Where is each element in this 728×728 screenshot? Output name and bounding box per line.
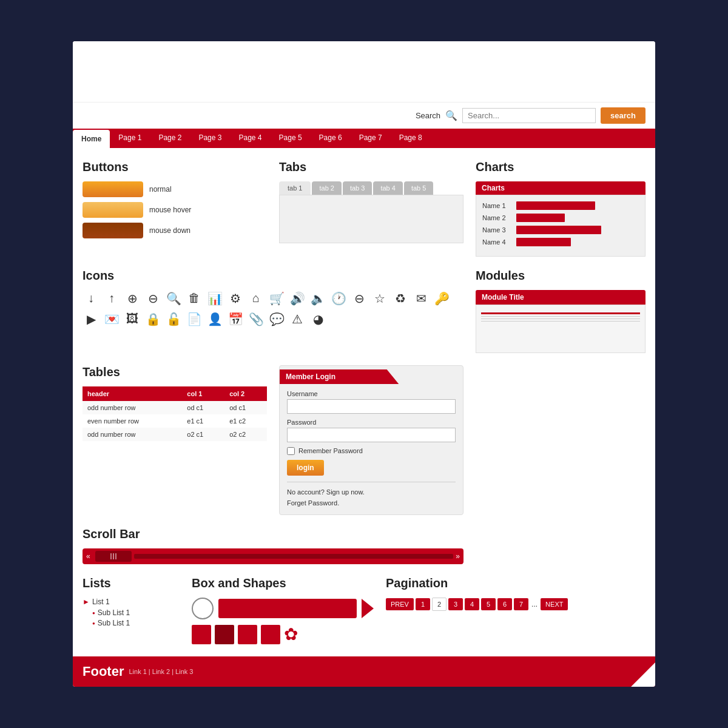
scrollbar-track[interactable]: « » <box>83 548 463 564</box>
button-normal[interactable] <box>83 181 143 197</box>
recycle-icon[interactable]: ♻ <box>392 290 409 307</box>
key-icon[interactable]: 🔑 <box>433 290 450 307</box>
nav-item-home[interactable]: Home <box>73 130 110 148</box>
scrollbar-right-arrow[interactable]: » <box>456 552 460 561</box>
nav-item-page2[interactable]: Page 2 <box>150 129 190 148</box>
bullet-2: ● <box>92 621 95 626</box>
envelope-icon[interactable]: 💌 <box>103 311 120 328</box>
tab-3[interactable]: tab 3 <box>343 181 372 195</box>
chart-icon[interactable]: 📊 <box>206 290 223 307</box>
btn-down-row: mouse down <box>83 223 267 238</box>
footer-title: Footer <box>83 664 124 679</box>
speaker-icon[interactable]: 🔊 <box>289 290 306 307</box>
rss-icon[interactable]: ◕ <box>309 311 326 328</box>
btn-hover-row: mouse hover <box>83 202 267 218</box>
document-icon[interactable]: 📄 <box>186 311 203 328</box>
nav-item-page8[interactable]: Page 8 <box>391 129 431 148</box>
page-4-button[interactable]: 4 <box>465 598 479 610</box>
shapes-row-2: ✿ <box>192 624 374 644</box>
chart-label-1: Name 1 <box>482 202 513 209</box>
grip3 <box>115 553 116 559</box>
scrollbar-left-arrow[interactable]: « <box>86 552 90 561</box>
login-button[interactable]: login <box>287 460 324 476</box>
pagination-row: PREV 1 2 3 4 5 6 7 ... NEXT <box>386 598 645 611</box>
page-3-button[interactable]: 3 <box>448 598 463 610</box>
page-1-button[interactable]: 1 <box>416 598 430 610</box>
cart-icon[interactable]: 🛒 <box>268 290 285 307</box>
gear-icon[interactable]: ⚙ <box>227 290 244 307</box>
mail-icon[interactable]: ✉ <box>413 290 430 307</box>
login-body: Username Password Remember Password logi… <box>280 384 463 514</box>
btn-down-label: mouse down <box>149 226 190 235</box>
page-5-button[interactable]: 5 <box>481 598 496 610</box>
button-hover[interactable] <box>83 202 143 218</box>
home-icon[interactable]: ⌂ <box>248 290 265 307</box>
nav-item-page7[interactable]: Page 7 <box>351 129 391 148</box>
nav-item-page6[interactable]: Page 6 <box>311 129 351 148</box>
clock-icon[interactable]: 🕐 <box>330 290 347 307</box>
sub-list-item-1: ● Sub List 1 <box>92 608 180 617</box>
shape-sq-2 <box>215 625 234 644</box>
module-title-bar: Module Title <box>476 290 645 305</box>
chart-label-3: Name 3 <box>482 226 513 234</box>
minus-circle-icon[interactable]: ⊖ <box>351 290 368 307</box>
arrow-down-icon[interactable]: ↓ <box>83 290 99 307</box>
nav-item-page5[interactable]: Page 5 <box>271 129 311 148</box>
tab-2[interactable]: tab 2 <box>312 181 341 195</box>
page-2-button[interactable]: 2 <box>432 598 447 611</box>
chat-icon[interactable]: 💬 <box>268 311 285 328</box>
shape-rect-1 <box>218 599 357 618</box>
table-header-1: col 1 <box>182 386 224 401</box>
remember-checkbox[interactable] <box>287 447 295 455</box>
tab-5[interactable]: tab 5 <box>404 181 433 195</box>
prev-button[interactable]: PREV <box>386 598 414 610</box>
search-input[interactable] <box>462 108 596 123</box>
nav-item-page3[interactable]: Page 3 <box>190 129 230 148</box>
charts-bar-title: Charts <box>476 181 645 195</box>
bullet-1: ● <box>92 610 95 616</box>
button-down[interactable] <box>83 223 143 238</box>
page-6-button[interactable]: 6 <box>497 598 512 610</box>
nav-item-page4[interactable]: Page 4 <box>230 129 270 148</box>
calendar-icon[interactable]: 📅 <box>227 311 244 328</box>
login-extra: No account? Sign up now. Forget Password… <box>287 482 456 508</box>
search-button[interactable]: search <box>601 107 645 124</box>
play-icon[interactable]: ▶ <box>83 311 99 328</box>
scrollbar-thumb[interactable] <box>95 551 132 562</box>
footer-corner <box>631 662 655 687</box>
unlock-icon[interactable]: 🔓 <box>165 311 182 328</box>
tab-1[interactable]: tab 1 <box>279 181 311 195</box>
star-icon[interactable]: ☆ <box>371 290 388 307</box>
pagination-title: Pagination <box>386 576 645 590</box>
trash-icon[interactable]: 🗑 <box>186 290 203 307</box>
paperclip-icon[interactable]: 📎 <box>248 311 265 328</box>
warning-icon[interactable]: ⚠ <box>289 311 306 328</box>
nav-item-page1[interactable]: Page 1 <box>110 129 150 148</box>
lock-icon[interactable]: 🔒 <box>144 311 161 328</box>
tabs-title: Tabs <box>279 160 463 174</box>
image-icon[interactable]: 🖼 <box>124 311 141 328</box>
module-line3 <box>481 321 640 322</box>
password-input[interactable] <box>287 428 456 442</box>
tab-4[interactable]: tab 4 <box>373 181 402 195</box>
zoom-in-icon[interactable]: ⊕ <box>124 290 141 307</box>
nav-bar: Home Page 1 Page 2 Page 3 Page 4 Page 5 … <box>73 129 655 148</box>
next-button[interactable]: NEXT <box>541 598 568 610</box>
search-icon: 🔍 <box>445 110 457 121</box>
lists-section: Lists ► List 1 ● Sub List 1 ● Sub List 1 <box>83 576 180 629</box>
footer-links[interactable]: Link 1 | Link 2 | Link 3 <box>129 668 193 675</box>
modules-title: Modules <box>476 269 645 283</box>
search-magnify-icon[interactable]: 🔍 <box>165 290 182 307</box>
person-icon[interactable]: 👤 <box>206 311 223 328</box>
mute-icon[interactable]: 🔈 <box>309 290 326 307</box>
tabs-body <box>279 195 463 243</box>
page-7-button[interactable]: 7 <box>514 598 528 610</box>
tabs-section: Tabs tab 1 tab 2 tab 3 tab 4 tab 5 <box>279 160 463 257</box>
shape-sq-3 <box>238 625 257 644</box>
zoom-out-icon[interactable]: ⊖ <box>144 290 161 307</box>
bottom-section: Lists ► List 1 ● Sub List 1 ● Sub List 1… <box>83 576 645 644</box>
arrow-up-icon[interactable]: ↑ <box>103 290 120 307</box>
chart-row-2: Name 2 <box>482 214 639 222</box>
username-input[interactable] <box>287 399 456 414</box>
table-cell-3-1: o2 c1 <box>182 428 224 441</box>
